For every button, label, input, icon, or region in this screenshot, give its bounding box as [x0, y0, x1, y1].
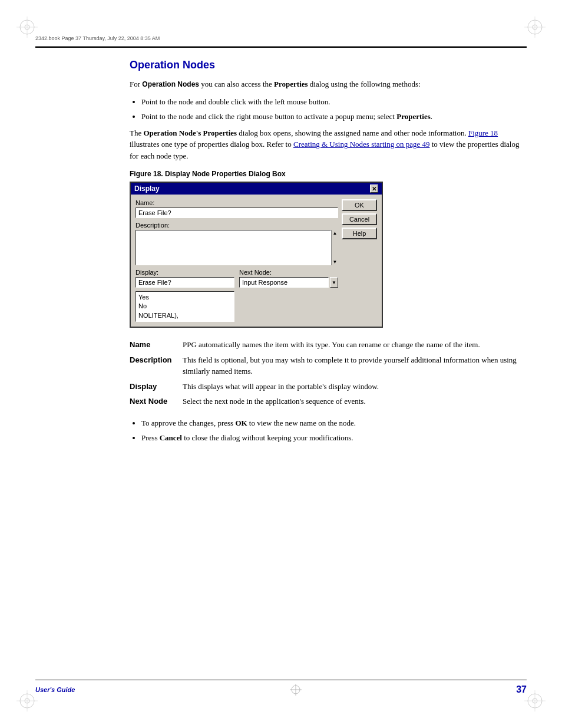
- dialog-box: Display ✕ Name: Erase File? Description:…: [130, 182, 383, 328]
- bullet-item-ok: To approve the changes, press OK to view…: [141, 417, 524, 429]
- field-row-next-node: Next Node Select the next node in the ap…: [130, 394, 524, 409]
- footer-page-number: 37: [516, 684, 527, 695]
- dialog-title: Display: [134, 185, 160, 193]
- field-row-display: Display This displays what will appear i…: [130, 379, 524, 394]
- field-name-display: Display: [130, 379, 183, 394]
- corner-mark-br: [524, 690, 546, 711]
- scroll-up-arrow[interactable]: ▲: [332, 230, 338, 236]
- name-label: Name:: [135, 199, 338, 206]
- header-bar: 2342.book Page 37 Thursday, July 22, 200…: [35, 35, 527, 41]
- bold-ok: OK: [235, 419, 247, 427]
- figure18-link[interactable]: Figure 18: [468, 129, 498, 137]
- field-desc-table: Name PPG automatically names the item wi…: [130, 337, 524, 409]
- bullet-item-2: Point to the node and click the right mo…: [141, 111, 524, 123]
- field-row-name: Name PPG automatically names the item wi…: [130, 337, 524, 353]
- name-input[interactable]: Erase File?: [135, 207, 338, 218]
- intro-paragraph: For Operation Nodes you can also access …: [130, 78, 524, 90]
- dialog-titlebar: Display ✕: [131, 183, 382, 195]
- description-scrollbar[interactable]: ▲ ▼: [331, 230, 338, 265]
- bold-properties: Properties: [274, 80, 308, 88]
- dialog-main: Name: Erase File? Description: ▲ ▼ Dis: [135, 199, 338, 322]
- corner-mark-tr: [524, 17, 546, 38]
- scroll-down-arrow[interactable]: ▼: [332, 259, 338, 265]
- listbox-item-noliteral[interactable]: NOLITERAL),: [138, 311, 232, 320]
- footer: User's Guide 37: [35, 680, 527, 696]
- field-desc-name: PPG automatically names the item with it…: [183, 337, 524, 353]
- corner-mark-tl: [16, 17, 38, 38]
- field-desc-display: This displays what will appear in the po…: [183, 379, 524, 394]
- bold-op-node-props: Operation Node's Properties: [143, 129, 237, 137]
- page: 2342.book Page 37 Thursday, July 22, 200…: [0, 0, 562, 728]
- bold-cancel: Cancel: [160, 433, 182, 442]
- main-content: Operation Nodes For Operation Nodes you …: [130, 59, 524, 675]
- bold-operation-nodes: Operation Nodes: [142, 80, 199, 88]
- display-listbox[interactable]: Yes No NOLITERAL),: [135, 291, 234, 322]
- dialog-row-bottom: Display: Erase File? Yes No NOLITERAL), …: [135, 269, 338, 322]
- next-node-label: Next Node:: [239, 269, 338, 276]
- footer-label: User's Guide: [35, 686, 75, 693]
- field-row-description: Description This field is optional, but …: [130, 353, 524, 379]
- dialog-body: Name: Erase File? Description: ▲ ▼ Dis: [131, 195, 382, 327]
- display-input[interactable]: Erase File?: [135, 277, 234, 288]
- bullet-list-1: Point to the node and double click with …: [141, 96, 524, 123]
- field-name-next-node: Next Node: [130, 394, 183, 409]
- figure-caption: Figure 18. Display Node Properties Dialo…: [130, 170, 524, 178]
- description-textarea[interactable]: [135, 230, 331, 265]
- bullet-item-1: Point to the node and double click with …: [141, 96, 524, 108]
- paragraph-2: The Operation Node's Properties dialog b…: [130, 127, 524, 162]
- next-node-select[interactable]: Input Response: [239, 277, 329, 288]
- cancel-button[interactable]: Cancel: [342, 213, 377, 225]
- display-label: Display:: [135, 269, 234, 276]
- corner-mark-bl: [16, 690, 38, 711]
- ok-button[interactable]: OK: [342, 199, 377, 211]
- next-node-col: Next Node: Input Response ▼: [239, 269, 338, 322]
- section-title: Operation Nodes: [130, 59, 524, 71]
- dialog-close-button[interactable]: ✕: [370, 185, 378, 193]
- dialog-buttons: OK Cancel Help: [342, 199, 377, 322]
- select-dropdown-arrow[interactable]: ▼: [330, 277, 338, 288]
- bullet-item-cancel: Press Cancel to close the dialog without…: [141, 432, 524, 444]
- header-text: 2342.book Page 37 Thursday, July 22, 200…: [35, 35, 160, 41]
- field-name-description: Description: [130, 353, 183, 379]
- bullet-list-2: To approve the changes, press OK to view…: [141, 417, 524, 444]
- bold-properties-2: Properties: [396, 112, 431, 121]
- display-col: Display: Erase File? Yes No NOLITERAL),: [135, 269, 234, 322]
- description-wrapper: ▲ ▼: [135, 230, 338, 265]
- field-desc-next-node: Select the next node in the application'…: [183, 394, 524, 409]
- help-button[interactable]: Help: [342, 228, 377, 239]
- field-name-name: Name: [130, 337, 183, 353]
- header-rule: [35, 47, 527, 48]
- listbox-item-yes[interactable]: Yes: [138, 293, 232, 302]
- footer-cross-icon: [290, 684, 302, 696]
- field-desc-description: This field is optional, but you may wish…: [183, 353, 524, 379]
- next-node-select-wrapper: Input Response ▼: [239, 277, 338, 288]
- description-label: Description:: [135, 222, 338, 229]
- creating-using-nodes-link[interactable]: Creating & Using Nodes starting on page …: [293, 140, 429, 149]
- listbox-item-no[interactable]: No: [138, 302, 232, 311]
